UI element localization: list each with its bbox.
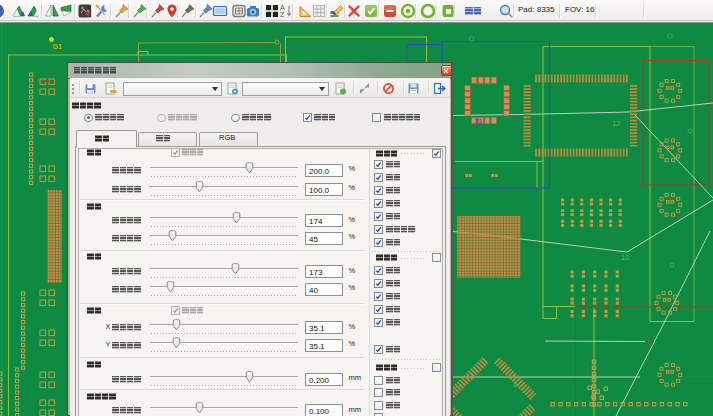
svg-text:2: 2: [513, 381, 517, 388]
svg-text:1: 1: [646, 339, 650, 346]
svg-text:10: 10: [621, 253, 629, 262]
svg-text:12: 12: [612, 119, 620, 128]
svg-text:13: 13: [474, 118, 482, 125]
svg-text:G1: G1: [53, 43, 62, 50]
svg-text:Z: Z: [280, 11, 285, 18]
svg-text:A: A: [280, 4, 285, 11]
